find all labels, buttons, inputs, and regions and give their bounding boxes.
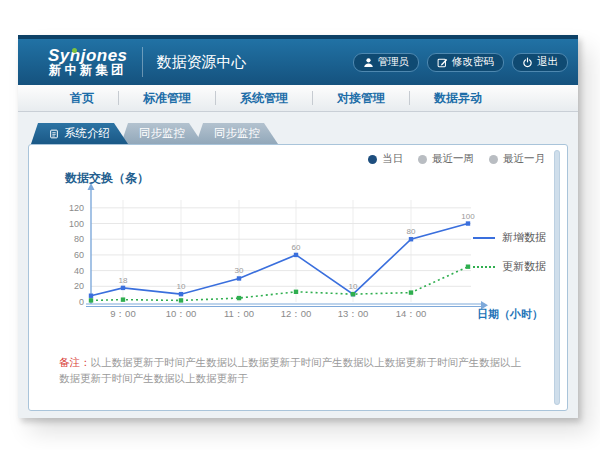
tab-bar: 系统介绍同步监控同步监控 (31, 123, 568, 144)
data-point-label: 60 (292, 243, 301, 252)
x-tick-label: 10：00 (166, 308, 197, 319)
data-point-label: 10 (177, 282, 186, 291)
company-logo: Synjones 新中新集团 (48, 47, 143, 78)
nav-item-home[interactable]: 首页 (46, 91, 118, 105)
y-tick-label: 60 (74, 250, 84, 260)
data-point (89, 298, 93, 302)
chart-legend: 新增数据更新数据 (473, 230, 546, 274)
main-nav: 首页标准管理系统管理对接管理数据异动 (18, 85, 578, 112)
nav-item-data-change[interactable]: 数据异动 (409, 91, 506, 105)
logout-button[interactable]: 退出 (512, 53, 568, 72)
data-point (409, 290, 413, 294)
x-axis-title: 日期（小时） (477, 308, 543, 321)
data-point (237, 296, 241, 300)
data-point-label: 10 (349, 282, 358, 291)
legend-label: 更新数据 (502, 259, 546, 274)
legend-swatch-icon (473, 266, 495, 268)
x-tick-label: 14：00 (396, 308, 427, 319)
data-point (121, 297, 125, 301)
screen: Synjones 新中新集团 数据资源中心 管理员修改密码退出 首页标准管理系统… (0, 0, 600, 450)
data-point (179, 298, 183, 302)
app-header: Synjones 新中新集团 数据资源中心 管理员修改密码退出 (18, 39, 578, 85)
footnote-text: 以上数据更新于时间产生数据以上数据更新于时间产生数据以上数据更新于时间产生数据以… (59, 356, 521, 384)
y-tick-label: 0 (79, 297, 84, 307)
data-point (409, 237, 413, 241)
tab-label: 同步监控 (139, 126, 185, 141)
y-tick-label: 80 (74, 234, 84, 244)
data-point (294, 253, 298, 257)
tab-label: 系统介绍 (64, 126, 110, 141)
footnote: 备注：以上数据更新于时间产生数据以上数据更新于时间产生数据以上数据更新于时间产生… (59, 355, 527, 387)
logo-subtext: 新中新集团 (48, 64, 128, 77)
data-point (89, 294, 93, 298)
tab-label: 同步监控 (214, 126, 260, 141)
tab-system-intro[interactable]: 系统介绍 (31, 123, 128, 144)
data-point-label: 30 (235, 266, 244, 275)
legend-swatch-icon (473, 237, 495, 239)
logo-text: Synjones (48, 47, 128, 65)
legend-item: 更新数据 (473, 259, 546, 274)
data-point (121, 286, 125, 290)
legend-item: 新增数据 (473, 230, 546, 245)
data-point (466, 264, 470, 268)
document-icon (49, 129, 59, 139)
edit-password-icon (437, 57, 448, 68)
logo-accent-dot (72, 48, 77, 53)
tab-sync-monitor-1[interactable]: 同步监控 (121, 123, 203, 144)
data-point (179, 292, 183, 296)
y-tick-label: 40 (74, 266, 84, 276)
edit-password-label: 修改密码 (452, 55, 494, 69)
user-icon (363, 57, 374, 68)
data-point (237, 276, 241, 280)
chart-panel: 当日最近一周最近一月 数据交换（条） 0204060801001209：0010… (28, 144, 568, 411)
header-actions: 管理员修改密码退出 (353, 53, 569, 72)
x-tick-label: 11：00 (224, 308, 254, 319)
edit-password-button[interactable]: 修改密码 (427, 53, 504, 72)
content-area: 系统介绍同步监控同步监控 当日最近一周最近一月 数据交换（条） 02040608… (18, 112, 578, 418)
data-point-label: 80 (407, 227, 416, 236)
panel-scrollbar[interactable] (554, 150, 560, 405)
legend-label: 新增数据 (502, 230, 546, 245)
page-card: Synjones 新中新集团 数据资源中心 管理员修改密码退出 首页标准管理系统… (18, 35, 578, 418)
footnote-label: 备注： (59, 356, 91, 368)
page-title: 数据资源中心 (157, 53, 247, 72)
nav-item-standard-management[interactable]: 标准管理 (118, 91, 215, 105)
data-point (351, 292, 355, 296)
tab-sync-monitor-2[interactable]: 同步监控 (196, 123, 278, 144)
logout-label: 退出 (537, 55, 558, 69)
x-tick-label: 13：00 (338, 308, 369, 319)
nav-item-system-management[interactable]: 系统管理 (215, 91, 312, 105)
nav-item-integration-management[interactable]: 对接管理 (312, 91, 409, 105)
y-tick-label: 120 (69, 203, 84, 213)
y-tick-label: 20 (74, 281, 84, 291)
x-tick-label: 9：00 (110, 308, 135, 319)
data-point (466, 221, 470, 225)
x-tick-label: 12：00 (281, 308, 312, 319)
y-tick-label: 100 (69, 219, 84, 229)
scrollbar-thumb[interactable] (554, 150, 560, 405)
data-point-label: 100 (461, 212, 475, 221)
user-label: 管理员 (378, 55, 410, 69)
data-point (294, 290, 298, 294)
data-point-label: 18 (119, 276, 128, 285)
y-axis-arrow-icon (88, 183, 95, 190)
logout-icon (522, 57, 533, 68)
user-button[interactable]: 管理员 (353, 53, 420, 72)
